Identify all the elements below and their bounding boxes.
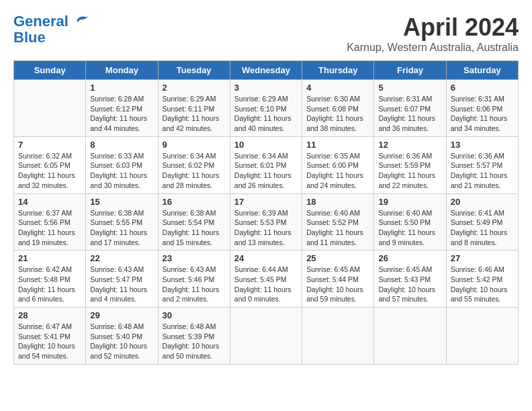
weekday-header-row: SundayMondayTuesdayWednesdayThursdayFrid… (14, 61, 519, 80)
calendar-cell: 11Sunrise: 6:35 AM Sunset: 6:00 PM Dayli… (302, 136, 374, 193)
calendar-cell: 1Sunrise: 6:28 AM Sunset: 6:12 PM Daylig… (86, 80, 158, 137)
location-subtitle: Karnup, Western Australia, Australia (347, 42, 519, 54)
day-info: Sunrise: 6:40 AM Sunset: 5:50 PM Dayligh… (378, 208, 441, 248)
day-info: Sunrise: 6:35 AM Sunset: 6:00 PM Dayligh… (306, 151, 369, 191)
logo-general: General (13, 13, 69, 30)
day-number: 22 (90, 253, 153, 263)
calendar-cell (230, 308, 302, 365)
day-info: Sunrise: 6:47 AM Sunset: 5:41 PM Dayligh… (18, 322, 81, 361)
calendar-cell: 3Sunrise: 6:29 AM Sunset: 6:10 PM Daylig… (230, 80, 302, 137)
calendar-cell: 13Sunrise: 6:36 AM Sunset: 5:57 PM Dayli… (446, 136, 518, 193)
day-number: 8 (90, 140, 153, 150)
day-number: 18 (306, 197, 369, 207)
calendar-cell: 19Sunrise: 6:40 AM Sunset: 5:50 PM Dayli… (374, 193, 446, 250)
calendar-cell: 12Sunrise: 6:36 AM Sunset: 5:59 PM Dayli… (374, 136, 446, 193)
logo: General Blue (13, 13, 90, 46)
weekday-header-monday: Monday (86, 61, 158, 80)
calendar-cell (374, 308, 446, 365)
calendar-cell: 27Sunrise: 6:46 AM Sunset: 5:42 PM Dayli… (446, 250, 518, 308)
day-number: 1 (90, 83, 153, 93)
day-info: Sunrise: 6:42 AM Sunset: 5:48 PM Dayligh… (18, 265, 81, 304)
day-info: Sunrise: 6:48 AM Sunset: 5:39 PM Dayligh… (163, 322, 226, 361)
weekday-header-thursday: Thursday (302, 61, 374, 80)
weekday-header-tuesday: Tuesday (158, 61, 230, 80)
day-number: 17 (234, 197, 298, 207)
calendar-cell: 17Sunrise: 6:39 AM Sunset: 5:53 PM Dayli… (230, 193, 302, 250)
calendar-cell: 5Sunrise: 6:31 AM Sunset: 6:07 PM Daylig… (374, 80, 446, 137)
calendar-cell: 29Sunrise: 6:48 AM Sunset: 5:40 PM Dayli… (86, 308, 158, 365)
logo-blue: Blue (13, 29, 46, 46)
calendar-cell: 16Sunrise: 6:38 AM Sunset: 5:54 PM Dayli… (158, 193, 230, 250)
day-info: Sunrise: 6:31 AM Sunset: 6:07 PM Dayligh… (378, 94, 441, 134)
day-info: Sunrise: 6:44 AM Sunset: 5:45 PM Dayligh… (234, 265, 298, 304)
day-number: 7 (18, 140, 81, 150)
day-number: 3 (234, 83, 298, 93)
day-info: Sunrise: 6:40 AM Sunset: 5:52 PM Dayligh… (306, 208, 369, 248)
logo-bird-icon (74, 13, 90, 29)
day-number: 27 (451, 253, 514, 263)
day-info: Sunrise: 6:38 AM Sunset: 5:55 PM Dayligh… (90, 208, 153, 248)
calendar-cell (14, 80, 86, 137)
day-number: 30 (163, 310, 226, 320)
calendar-cell: 25Sunrise: 6:45 AM Sunset: 5:44 PM Dayli… (302, 250, 374, 308)
day-info: Sunrise: 6:34 AM Sunset: 6:02 PM Dayligh… (163, 151, 226, 191)
day-number: 26 (378, 253, 441, 263)
page-header: General Blue April 2024 Karnup, Western … (13, 13, 519, 54)
calendar-cell (446, 308, 518, 365)
day-number: 10 (234, 140, 298, 150)
day-info: Sunrise: 6:28 AM Sunset: 6:12 PM Dayligh… (90, 94, 153, 134)
day-number: 21 (18, 253, 81, 263)
calendar-table: SundayMondayTuesdayWednesdayThursdayFrid… (13, 60, 519, 365)
calendar-cell: 18Sunrise: 6:40 AM Sunset: 5:52 PM Dayli… (302, 193, 374, 250)
day-number: 6 (451, 83, 514, 93)
day-number: 12 (378, 140, 441, 150)
weekday-header-friday: Friday (374, 61, 446, 80)
day-number: 25 (306, 253, 369, 263)
calendar-cell: 24Sunrise: 6:44 AM Sunset: 5:45 PM Dayli… (230, 250, 302, 308)
calendar-cell: 8Sunrise: 6:33 AM Sunset: 6:03 PM Daylig… (86, 136, 158, 193)
day-number: 15 (90, 197, 153, 207)
day-number: 2 (163, 83, 226, 93)
calendar-cell: 7Sunrise: 6:32 AM Sunset: 6:05 PM Daylig… (14, 136, 86, 193)
day-info: Sunrise: 6:34 AM Sunset: 6:01 PM Dayligh… (234, 151, 298, 191)
calendar-cell: 2Sunrise: 6:29 AM Sunset: 6:11 PM Daylig… (158, 80, 230, 137)
calendar-week-row: 28Sunrise: 6:47 AM Sunset: 5:41 PM Dayli… (14, 308, 519, 365)
day-number: 19 (378, 197, 441, 207)
calendar-week-row: 14Sunrise: 6:37 AM Sunset: 5:56 PM Dayli… (14, 193, 519, 250)
calendar-cell: 6Sunrise: 6:31 AM Sunset: 6:06 PM Daylig… (446, 80, 518, 137)
day-info: Sunrise: 6:38 AM Sunset: 5:54 PM Dayligh… (163, 208, 226, 248)
day-number: 29 (90, 310, 153, 320)
day-number: 28 (18, 310, 81, 320)
day-info: Sunrise: 6:46 AM Sunset: 5:42 PM Dayligh… (451, 265, 514, 304)
day-info: Sunrise: 6:31 AM Sunset: 6:06 PM Dayligh… (451, 94, 514, 134)
month-title: April 2024 (347, 13, 519, 42)
day-number: 20 (451, 197, 514, 207)
day-info: Sunrise: 6:41 AM Sunset: 5:49 PM Dayligh… (451, 208, 514, 248)
day-info: Sunrise: 6:29 AM Sunset: 6:11 PM Dayligh… (163, 94, 226, 134)
day-info: Sunrise: 6:43 AM Sunset: 5:46 PM Dayligh… (163, 265, 226, 304)
calendar-cell: 15Sunrise: 6:38 AM Sunset: 5:55 PM Dayli… (86, 193, 158, 250)
calendar-cell: 30Sunrise: 6:48 AM Sunset: 5:39 PM Dayli… (158, 308, 230, 365)
day-info: Sunrise: 6:45 AM Sunset: 5:43 PM Dayligh… (378, 265, 441, 304)
day-info: Sunrise: 6:48 AM Sunset: 5:40 PM Dayligh… (90, 322, 153, 361)
weekday-header-sunday: Sunday (14, 61, 86, 80)
calendar-cell: 9Sunrise: 6:34 AM Sunset: 6:02 PM Daylig… (158, 136, 230, 193)
weekday-header-saturday: Saturday (446, 61, 518, 80)
day-info: Sunrise: 6:32 AM Sunset: 6:05 PM Dayligh… (18, 151, 81, 191)
day-number: 23 (163, 253, 226, 263)
calendar-cell: 22Sunrise: 6:43 AM Sunset: 5:47 PM Dayli… (86, 250, 158, 308)
day-info: Sunrise: 6:33 AM Sunset: 6:03 PM Dayligh… (90, 151, 153, 191)
logo-text: General Blue (13, 13, 90, 46)
day-info: Sunrise: 6:30 AM Sunset: 6:08 PM Dayligh… (306, 94, 369, 134)
day-number: 9 (163, 140, 226, 150)
day-number: 16 (163, 197, 226, 207)
day-number: 11 (306, 140, 369, 150)
day-info: Sunrise: 6:43 AM Sunset: 5:47 PM Dayligh… (90, 265, 153, 304)
calendar-cell: 4Sunrise: 6:30 AM Sunset: 6:08 PM Daylig… (302, 80, 374, 137)
title-block: April 2024 Karnup, Western Australia, Au… (347, 13, 519, 54)
calendar-cell: 26Sunrise: 6:45 AM Sunset: 5:43 PM Dayli… (374, 250, 446, 308)
day-number: 4 (306, 83, 369, 93)
calendar-cell: 23Sunrise: 6:43 AM Sunset: 5:46 PM Dayli… (158, 250, 230, 308)
calendar-cell: 14Sunrise: 6:37 AM Sunset: 5:56 PM Dayli… (14, 193, 86, 250)
day-number: 14 (18, 197, 81, 207)
